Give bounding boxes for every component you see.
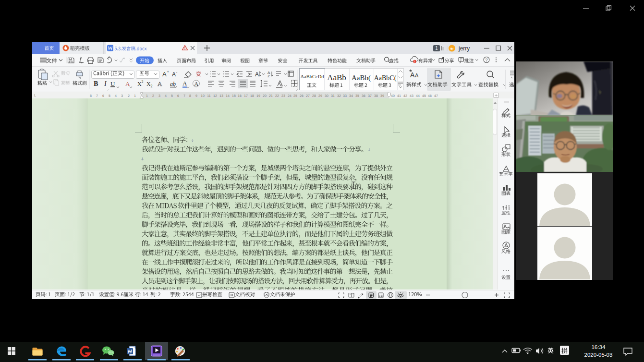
svg-text:27: 27	[306, 94, 310, 97]
svg-text:25: 25	[293, 94, 297, 97]
svg-text:33: 33	[343, 94, 347, 97]
svg-text:?: ?	[485, 58, 487, 62]
svg-text:A: A	[415, 72, 419, 78]
svg-text:7: 7	[183, 94, 185, 97]
svg-text:A: A	[125, 80, 130, 87]
svg-text:15: 15	[232, 94, 236, 97]
svg-text:43: 43	[410, 94, 413, 97]
svg-text:1: 1	[435, 46, 438, 51]
svg-text:5: 5	[171, 94, 173, 97]
svg-text:2: 2	[142, 80, 144, 84]
svg-text:34: 34	[349, 94, 353, 97]
svg-text:45: 45	[422, 94, 426, 97]
svg-text:-: -	[176, 70, 178, 74]
svg-text:46: 46	[428, 94, 432, 97]
svg-text:1: 1	[134, 94, 136, 97]
svg-text:21: 21	[269, 94, 273, 97]
svg-text:30: 30	[325, 94, 328, 97]
svg-text:41: 41	[397, 94, 401, 97]
svg-text:44: 44	[416, 94, 420, 97]
svg-text:40: 40	[391, 94, 395, 97]
svg-text:8: 8	[189, 94, 191, 97]
svg-text:7: 7	[96, 94, 98, 97]
svg-text:Z: Z	[267, 74, 270, 78]
svg-text:1: 1	[146, 94, 148, 97]
svg-text:19: 19	[256, 94, 260, 97]
svg-text:5: 5	[109, 94, 110, 97]
svg-text:28: 28	[312, 94, 316, 97]
svg-text:38: 38	[374, 94, 378, 97]
svg-text:32: 32	[337, 94, 341, 97]
svg-text:36: 36	[362, 94, 365, 97]
svg-text:AaBb(: AaBb(	[352, 74, 371, 82]
svg-text:2: 2	[152, 94, 154, 97]
svg-text:+: +	[167, 70, 170, 74]
svg-text:AaBb: AaBb	[327, 73, 346, 82]
svg-text:2: 2	[151, 84, 153, 88]
svg-text:A: A	[410, 71, 415, 79]
svg-text:47: 47	[434, 94, 438, 97]
svg-text:29: 29	[318, 94, 322, 97]
svg-text:U: U	[110, 80, 115, 87]
svg-text:17: 17	[244, 94, 248, 97]
svg-text:35: 35	[355, 94, 359, 97]
svg-text:26: 26	[300, 94, 304, 97]
svg-text:37: 37	[368, 94, 372, 97]
svg-text:20: 20	[263, 94, 267, 97]
svg-text:A: A	[255, 71, 259, 78]
svg-text:2: 2	[128, 94, 130, 97]
svg-text:10: 10	[201, 94, 205, 97]
svg-text:B: B	[94, 80, 98, 87]
svg-text:6: 6	[177, 94, 179, 97]
svg-text:9: 9	[195, 94, 197, 97]
svg-text:3: 3	[121, 94, 123, 97]
svg-text:L: L	[34, 94, 36, 97]
svg-text:A: A	[172, 71, 176, 78]
svg-text:3: 3	[158, 94, 160, 97]
svg-text:11: 11	[207, 94, 210, 97]
svg-text:AaBbCcDd: AaBbCcDd	[301, 74, 325, 79]
svg-text:24: 24	[288, 94, 292, 97]
svg-text:22: 22	[275, 94, 279, 97]
svg-text:AaBbC(: AaBbC(	[374, 74, 397, 82]
svg-text:A: A	[162, 71, 167, 78]
svg-text:8: 8	[90, 94, 92, 97]
svg-text:42: 42	[403, 94, 407, 97]
svg-text:39: 39	[380, 94, 384, 97]
svg-text:6: 6	[102, 94, 104, 97]
svg-text:12: 12	[213, 94, 217, 97]
svg-text:jerry: jerry	[458, 45, 470, 52]
svg-text:4: 4	[165, 94, 167, 97]
svg-text:14: 14	[226, 94, 230, 97]
svg-text:ab: ab	[170, 81, 176, 87]
svg-text:I: I	[104, 80, 107, 87]
svg-text:A: A	[158, 80, 162, 87]
svg-text:A: A	[182, 80, 187, 87]
svg-text:23: 23	[281, 94, 285, 97]
svg-text:18: 18	[250, 94, 254, 97]
svg-text:16: 16	[238, 94, 242, 97]
svg-text:31: 31	[331, 94, 335, 97]
svg-text:4: 4	[115, 94, 117, 97]
svg-text:13: 13	[219, 94, 223, 97]
